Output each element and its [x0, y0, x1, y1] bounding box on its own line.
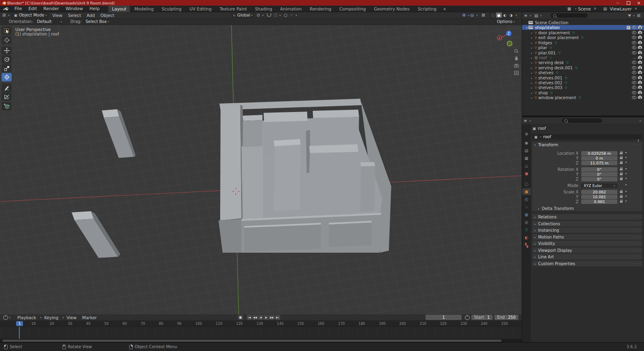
- blender-menu-icon[interactable]: [3, 7, 9, 11]
- transform-panel-header[interactable]: ▾ Transform ····: [532, 142, 642, 148]
- tab-texture[interactable]: ▚: [522, 242, 531, 249]
- current-frame-field[interactable]: 1: [425, 315, 462, 320]
- auto-key-record-button[interactable]: ●: [238, 315, 243, 320]
- timeline-ruler[interactable]: 1020304050607080901001101201301401501601…: [0, 321, 522, 327]
- playhead-line[interactable]: [19, 327, 20, 339]
- outliner-display-mode-icon[interactable]: ≡: [524, 13, 527, 18]
- section-viewport-display[interactable]: ▸Viewport Display····: [532, 247, 642, 253]
- eye-icon[interactable]: [632, 91, 636, 94]
- tab-shading[interactable]: Shading: [251, 6, 276, 12]
- camera-visibility-icon[interactable]: [638, 71, 642, 74]
- animate-dot[interactable]: •: [625, 199, 627, 203]
- menu-view-timeline[interactable]: View: [64, 314, 79, 321]
- scene-browse-chevron[interactable]: ▾: [575, 7, 576, 10]
- properties-options-chevron[interactable]: ▾: [640, 119, 641, 122]
- location-z-field[interactable]: 11.075 m: [581, 161, 617, 165]
- tab-particles[interactable]: ∴: [522, 204, 531, 210]
- shading-wireframe-icon[interactable]: ◌: [490, 12, 496, 18]
- menu-window[interactable]: Window: [62, 6, 86, 12]
- outliner-row-object[interactable]: ▸▽shelves.002▽: [522, 80, 644, 85]
- shading-solid-icon[interactable]: ●: [496, 12, 502, 18]
- tab-sculpting[interactable]: Sculpting: [158, 6, 185, 12]
- outliner-row-object[interactable]: ▸▽shop▽: [522, 90, 644, 95]
- panel-grip[interactable]: ····: [634, 143, 640, 147]
- jump-to-end-button[interactable]: ▶|: [275, 315, 280, 320]
- outliner-row-object[interactable]: ▸▽shelves.003▽: [522, 85, 644, 90]
- tab-geometry-nodes[interactable]: Geometry Nodes: [370, 6, 413, 12]
- orientation-default-dropdown[interactable]: Default▾: [35, 19, 64, 24]
- tool-scale-button[interactable]: [2, 64, 12, 73]
- tool-rotate-button[interactable]: [2, 55, 12, 64]
- timeline-tracks[interactable]: [0, 327, 522, 339]
- lock-icon[interactable]: [620, 178, 623, 180]
- eye-icon[interactable]: [632, 46, 636, 49]
- viewlayer-selector[interactable]: ViewLayer: [610, 6, 632, 11]
- outliner-row-object-roof-hidden[interactable]: ▸▽roof▽: [522, 55, 644, 60]
- orthographic-toggle-icon[interactable]: [514, 70, 519, 76]
- next-keyframe-button[interactable]: ▶▶: [269, 315, 275, 320]
- location-y-field[interactable]: 0 m: [581, 156, 617, 160]
- xray-toggle-icon[interactable]: ⊠: [482, 13, 485, 17]
- shading-chevron[interactable]: ▾: [516, 14, 517, 17]
- lock-icon[interactable]: [620, 157, 623, 159]
- tool-annotate-button[interactable]: [2, 83, 12, 92]
- eye-icon[interactable]: [632, 26, 636, 29]
- eye-icon[interactable]: [632, 71, 636, 74]
- camera-visibility-icon[interactable]: [638, 42, 642, 44]
- tab-animation[interactable]: Animation: [277, 6, 305, 12]
- camera-visibility-icon[interactable]: [638, 66, 642, 69]
- outliner-row-object[interactable]: ▸▽shelves.001▽: [522, 75, 644, 80]
- tab-rendering[interactable]: Rendering: [306, 6, 335, 12]
- animate-dot[interactable]: •: [625, 183, 627, 187]
- transform-orientation-dropdown[interactable]: ∟ Global ▾: [231, 12, 254, 18]
- delta-transform-header[interactable]: ▸ Delta Transform: [538, 206, 574, 211]
- camera-visibility-icon[interactable]: [638, 96, 642, 99]
- animate-dot[interactable]: •: [625, 177, 627, 181]
- maximize-button[interactable]: [623, 0, 634, 6]
- play-button[interactable]: ▶: [264, 315, 269, 320]
- menu-help[interactable]: Help: [86, 6, 103, 12]
- menu-playback[interactable]: Playback: [14, 314, 39, 321]
- eye-icon[interactable]: [632, 76, 636, 79]
- animate-dot[interactable]: •: [625, 151, 627, 155]
- section-instancing[interactable]: ▸Instancing····: [532, 227, 642, 233]
- menu-add[interactable]: Add: [84, 12, 97, 19]
- viewlayer-unlink-icon[interactable]: ×: [634, 7, 637, 10]
- section-collections[interactable]: ▸Collections····: [532, 221, 642, 226]
- pivot-point-icon[interactable]: ⊙: [256, 13, 260, 17]
- outliner-row-object[interactable]: ▸▽fridges▽: [522, 40, 644, 45]
- camera-visibility-icon[interactable]: [638, 26, 642, 29]
- mode-dropdown[interactable]: ▣ Object Mode ▾: [12, 12, 49, 18]
- eye-closed-icon[interactable]: [633, 56, 636, 59]
- editor-type-icon[interactable]: ⊞: [2, 13, 6, 17]
- show-overlays-icon[interactable]: ◎: [471, 13, 474, 17]
- menu-object[interactable]: Object: [98, 12, 117, 19]
- falloff-curve-icon[interactable]: ~: [290, 13, 293, 17]
- lock-icon[interactable]: [620, 168, 623, 170]
- camera-visibility-icon[interactable]: [638, 81, 642, 84]
- viewport-canvas[interactable]: User Perspective (1) shop/station | roof…: [0, 25, 522, 314]
- tool-cursor-button[interactable]: [2, 36, 12, 44]
- proportional-editing-icon[interactable]: ○: [284, 13, 287, 17]
- eye-icon[interactable]: [632, 96, 636, 99]
- filter-funnel-icon[interactable]: [628, 15, 631, 17]
- shading-material-icon[interactable]: ◐: [502, 12, 508, 18]
- scale-z-field[interactable]: 0.965: [581, 199, 617, 204]
- tab-scripting[interactable]: Scripting: [414, 6, 440, 12]
- outliner-filter-mode-icon[interactable]: ▤: [534, 13, 538, 18]
- add-workspace-button[interactable]: +: [441, 6, 448, 12]
- timeline-scrollbar[interactable]: [2, 340, 502, 342]
- outliner-row-object[interactable]: ▸▽serving desk▽: [522, 60, 644, 65]
- rotation-y-field[interactable]: 0°: [581, 172, 617, 177]
- snap-target-icon[interactable]: ⊡: [274, 13, 277, 17]
- eye-icon[interactable]: [632, 66, 636, 69]
- tool-add-cube-button[interactable]: [2, 102, 12, 110]
- new-collection-icon[interactable]: ⊞: [637, 13, 640, 18]
- section-visibility[interactable]: ▸Visibility····: [532, 241, 642, 246]
- properties-search-input[interactable]: [562, 118, 602, 123]
- camera-visibility-icon[interactable]: [638, 91, 642, 94]
- breadcrumb-object-name[interactable]: roof: [538, 126, 546, 131]
- eye-icon[interactable]: [632, 86, 636, 89]
- menu-view[interactable]: View: [50, 12, 65, 19]
- rotation-mode-dropdown[interactable]: XYZ Euler▾: [581, 183, 617, 188]
